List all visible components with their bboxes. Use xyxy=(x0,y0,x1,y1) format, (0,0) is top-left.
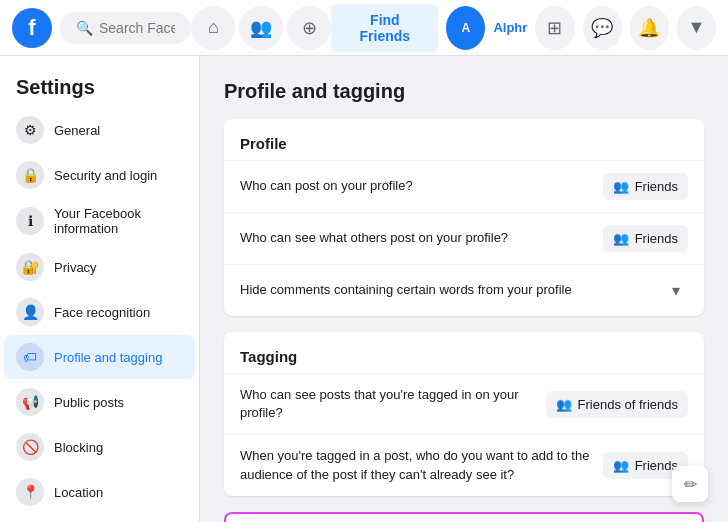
sidebar-item-face-recognition[interactable]: 👤Face recognition xyxy=(4,290,195,334)
friends-icon: 👥 xyxy=(250,17,272,39)
profile-card: Profile Who can post on your profile? 👥 … xyxy=(224,119,704,316)
face-recognition-icon: 👤 xyxy=(16,298,44,326)
facebook-info-icon: ℹ xyxy=(16,207,44,235)
alphr-icon: A xyxy=(461,21,470,35)
sidebar-title: Settings xyxy=(0,64,199,107)
sidebar-item-profile-tagging[interactable]: 🏷Profile and tagging xyxy=(4,335,195,379)
who-see-label: Who can see what others post on your pro… xyxy=(240,229,603,247)
sidebar-item-label: Security and login xyxy=(54,168,157,183)
who-see-row: Who can see what others post on your pro… xyxy=(224,212,704,264)
security-icon: 🔒 xyxy=(16,161,44,189)
messenger-button[interactable]: 💬 xyxy=(583,6,622,50)
home-nav-button[interactable]: ⌂ xyxy=(191,6,235,50)
add-audience-label: When you're tagged in a post, who do you… xyxy=(240,447,603,483)
sidebar-item-security[interactable]: 🔒Security and login xyxy=(4,153,195,197)
privacy-icon: 🔐 xyxy=(16,253,44,281)
friends-icon: 👥 xyxy=(556,397,572,412)
see-tagged-label: Who can see posts that you're tagged in … xyxy=(240,386,546,422)
friends-icon: 👥 xyxy=(613,231,629,246)
messenger-icon: 💬 xyxy=(591,17,613,39)
edit-icon: ✏ xyxy=(684,475,697,494)
bell-icon: 🔔 xyxy=(638,17,660,39)
tagging-card: Tagging Who can see posts that you're ta… xyxy=(224,332,704,496)
reviewing-section-title: Reviewing xyxy=(226,514,702,522)
general-icon: ⚙ xyxy=(16,116,44,144)
who-post-row: Who can post on your profile? 👥 Friends xyxy=(224,160,704,212)
sidebar-item-public-posts[interactable]: 📢Public posts xyxy=(4,380,195,424)
sidebar-item-label: General xyxy=(54,123,100,138)
public-posts-icon: 📢 xyxy=(16,388,44,416)
hide-comments-row: Hide comments containing certain words f… xyxy=(224,264,704,316)
settings-sidebar: Settings ⚙General🔒Security and loginℹYou… xyxy=(0,56,200,522)
chevron-down-icon: ▾ xyxy=(672,282,680,299)
sidebar-item-label: Profile and tagging xyxy=(54,350,162,365)
sidebar-item-label: Face recognition xyxy=(54,305,150,320)
search-bar[interactable]: 🔍 xyxy=(60,12,191,44)
hide-comments-expand-button[interactable]: ▾ xyxy=(664,277,688,304)
see-tagged-button[interactable]: 👥 Friends of friends xyxy=(546,391,688,418)
nav-right-actions: Find Friends A Alphr ⊞ 💬 🔔 ▼ xyxy=(331,4,716,52)
sidebar-item-blocking[interactable]: 🚫Blocking xyxy=(4,425,195,469)
see-tagged-row: Who can see posts that you're tagged in … xyxy=(224,373,704,434)
brand-label: Alphr xyxy=(493,20,527,35)
apps-grid-icon: ⊞ xyxy=(547,17,562,39)
app-layout: Settings ⚙General🔒Security and loginℹYou… xyxy=(0,56,728,522)
search-input[interactable] xyxy=(99,20,175,36)
profile-tagging-icon: 🏷 xyxy=(16,343,44,371)
account-menu-button[interactable]: ▼ xyxy=(677,6,716,50)
alphr-logo-button[interactable]: A xyxy=(446,6,485,50)
watch-icon: ⊕ xyxy=(302,17,317,39)
blocking-icon: 🚫 xyxy=(16,433,44,461)
edit-fab-button[interactable]: ✏ xyxy=(672,466,708,502)
location-icon: 📍 xyxy=(16,478,44,506)
who-post-button[interactable]: 👥 Friends xyxy=(603,173,688,200)
notifications-button[interactable]: 🔔 xyxy=(630,6,669,50)
sidebar-item-label: Location xyxy=(54,485,103,500)
chevron-down-icon: ▼ xyxy=(687,17,705,38)
friends-icon: 👥 xyxy=(613,179,629,194)
main-content: Profile and tagging Profile Who can post… xyxy=(200,56,728,522)
watch-nav-button[interactable]: ⊕ xyxy=(287,6,331,50)
sidebar-item-privacy[interactable]: 🔐Privacy xyxy=(4,245,195,289)
page-title: Profile and tagging xyxy=(224,80,704,103)
sidebar-item-label: Public posts xyxy=(54,395,124,410)
who-post-label: Who can post on your profile? xyxy=(240,177,603,195)
sidebar-item-facebook-info[interactable]: ℹYour Facebook information xyxy=(4,198,195,244)
hide-comments-label: Hide comments containing certain words f… xyxy=(240,281,664,299)
sidebar-item-location[interactable]: 📍Location xyxy=(4,470,195,514)
find-friends-button[interactable]: Find Friends xyxy=(331,4,438,52)
friends-icon: 👥 xyxy=(613,458,629,473)
sidebar-item-label: Your Facebook information xyxy=(54,206,183,236)
sidebar-item-label: Blocking xyxy=(54,440,103,455)
tagging-section-title: Tagging xyxy=(224,332,704,373)
friends-nav-button[interactable]: 👥 xyxy=(239,6,283,50)
reviewing-card: Reviewing Review posts that you're tagge… xyxy=(224,512,704,522)
apps-grid-button[interactable]: ⊞ xyxy=(535,6,574,50)
add-audience-row: When you're tagged in a post, who do you… xyxy=(224,434,704,495)
sidebar-item-language[interactable]: AaLanguage and region xyxy=(4,515,195,522)
top-navigation: f 🔍 ⌂ 👥 ⊕ Find Friends A Alphr ⊞ 💬 🔔 ▼ xyxy=(0,0,728,56)
nav-center-icons: ⌂ 👥 ⊕ xyxy=(191,6,331,50)
sidebar-items-list: ⚙General🔒Security and loginℹYour Faceboo… xyxy=(0,108,199,522)
profile-section-title: Profile xyxy=(224,119,704,160)
home-icon: ⌂ xyxy=(208,17,219,38)
facebook-logo: f xyxy=(12,8,52,48)
sidebar-item-label: Privacy xyxy=(54,260,97,275)
sidebar-item-general[interactable]: ⚙General xyxy=(4,108,195,152)
who-see-button[interactable]: 👥 Friends xyxy=(603,225,688,252)
